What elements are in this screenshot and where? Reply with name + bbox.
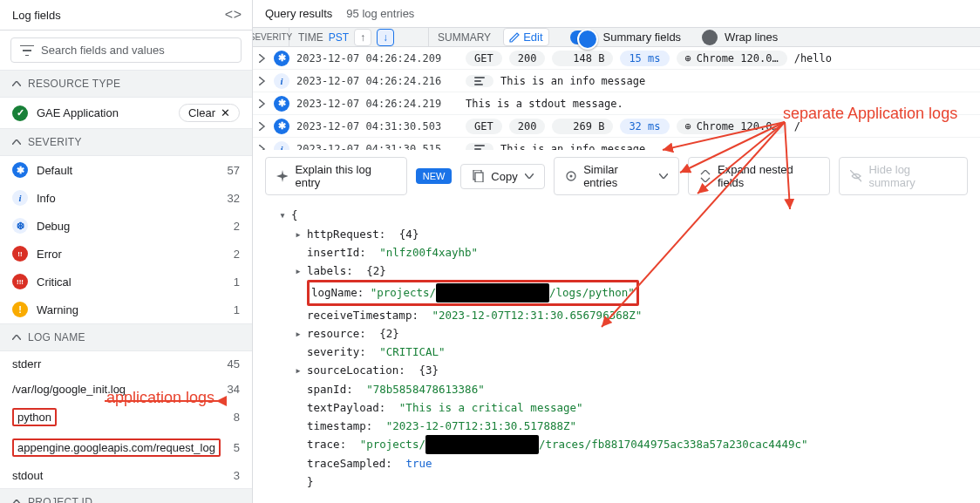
- error-icon: !!: [12, 246, 28, 262]
- logname-count: 8: [234, 411, 240, 424]
- critical-icon: !!!: [12, 274, 28, 289]
- section-resource-type[interactable]: RESOURCE TYPE: [0, 70, 252, 98]
- close-icon: ✕: [221, 106, 230, 119]
- severity-label: Debug: [37, 220, 70, 233]
- log-summary: This is an info message: [466, 75, 980, 87]
- col-summary: SUMMARY Edit Summary fields Wrap lines: [429, 28, 980, 46]
- caret-down-icon[interactable]: ▾: [277, 206, 288, 224]
- similar-entries-button[interactable]: Similar entries: [554, 157, 679, 195]
- edit-summary-button[interactable]: Edit: [503, 28, 548, 46]
- logname-item[interactable]: python8: [0, 402, 252, 432]
- severity-item[interactable]: !!Error2: [0, 240, 252, 268]
- severity-label: Info: [37, 192, 56, 205]
- log-time: 2023-12-07 04:31:30.515: [291, 143, 466, 151]
- severity-item[interactable]: !Warning1: [0, 296, 252, 323]
- summary-bars-icon: [474, 77, 485, 85]
- caret-right-icon[interactable]: ▸: [293, 262, 303, 280]
- log-summary: GET200148 B15 ms⊕Chrome 120.0…/hello: [466, 51, 980, 66]
- severity-count: 2: [234, 220, 240, 233]
- sparkle-icon: [276, 170, 288, 182]
- severity-item[interactable]: ❆Debug2: [0, 212, 252, 240]
- toggle-off-icon: [702, 30, 718, 45]
- logname-item[interactable]: appengine.googleapis.com/request_log5: [0, 432, 252, 463]
- qr-title: Query results: [265, 7, 332, 20]
- sidebar-header: Log fields < >: [0, 0, 252, 31]
- log-row[interactable]: ✱2023-12-07 04:26:24.219This is a stdout…: [253, 92, 980, 115]
- logname-label: stderr: [12, 357, 41, 370]
- hide-summary-button[interactable]: Hide log summary: [839, 157, 968, 195]
- resource-type-label: GAE Application: [37, 106, 119, 119]
- logname-count: 45: [228, 357, 240, 370]
- sort-asc-button[interactable]: ↑: [354, 29, 371, 46]
- resource-type-item[interactable]: ✓ GAE Application Clear ✕: [0, 98, 252, 128]
- new-badge: NEW: [416, 168, 453, 184]
- chevron-up-icon: [12, 500, 21, 503]
- log-row[interactable]: ✱2023-12-07 04:31:30.503GET200269 B32 ms…: [253, 115, 980, 138]
- info-icon: i: [274, 73, 289, 89]
- code-icon[interactable]: < >: [225, 7, 240, 23]
- logname-item[interactable]: stdout3: [0, 463, 252, 488]
- explain-button[interactable]: Explain this log entry: [265, 157, 407, 195]
- log-summary: GET200269 B32 ms⊕Chrome 120.0…/: [466, 119, 980, 134]
- copy-button[interactable]: Copy: [460, 164, 544, 189]
- logname-item[interactable]: /var/log/google_init.log34: [0, 377, 252, 402]
- severity-label: Default: [37, 164, 72, 177]
- caret-right-icon[interactable]: ▸: [293, 361, 303, 379]
- caret-right-icon[interactable]: ▸: [293, 225, 303, 243]
- summary-bars-icon: [474, 145, 485, 151]
- filter-icon: [20, 45, 34, 56]
- col-severity[interactable]: SEVERITY: [253, 28, 289, 46]
- svg-point-3: [569, 175, 572, 178]
- logname-item[interactable]: stderr45: [0, 351, 252, 377]
- chevron-up-icon: [12, 335, 21, 340]
- summary-fields-toggle[interactable]: Summary fields: [570, 31, 682, 44]
- target-icon: [565, 170, 576, 182]
- log-row[interactable]: ✱2023-12-07 04:26:24.209GET200148 B15 ms…: [253, 47, 980, 70]
- chevron-right-icon[interactable]: [259, 99, 266, 108]
- log-summary: This is a stdout message.: [466, 98, 980, 110]
- log-entry-json: ▾{ ▸httpRequest: {4} insertId: "nlfz00f4…: [253, 202, 980, 503]
- caret-right-icon[interactable]: ▸: [293, 324, 303, 343]
- section-project-id[interactable]: PROJECT ID: [0, 488, 252, 503]
- section-severity[interactable]: SEVERITY: [0, 128, 252, 156]
- col-time[interactable]: TIME PST ↑ ↓: [289, 28, 429, 46]
- globe-icon: ⊕: [685, 52, 691, 65]
- sort-desc-button[interactable]: ↓: [377, 29, 394, 46]
- severity-count: 32: [228, 192, 240, 205]
- info-icon: i: [12, 190, 28, 206]
- log-row[interactable]: i2023-12-07 04:31:30.515This is an info …: [253, 138, 980, 150]
- toggle-on-icon: [570, 31, 596, 44]
- chevron-right-icon[interactable]: [259, 145, 266, 151]
- debug-icon: ❆: [12, 218, 28, 234]
- search-input[interactable]: Search fields and values: [10, 37, 242, 63]
- check-icon: ✓: [12, 105, 28, 121]
- logname-count: 5: [234, 441, 240, 454]
- globe-icon: ⊕: [685, 120, 691, 133]
- chevron-right-icon[interactable]: [259, 77, 266, 85]
- severity-item[interactable]: iInfo32: [0, 184, 252, 212]
- logname-label: /var/log/google_init.log: [12, 383, 126, 396]
- log-time: 2023-12-07 04:26:24.219: [291, 98, 466, 110]
- log-row[interactable]: i2023-12-07 04:26:24.216This is an info …: [253, 70, 980, 92]
- expand-nested-button[interactable]: Expand nested fields: [688, 157, 830, 195]
- chevron-up-icon: [12, 139, 21, 145]
- logname-label: stdout: [12, 469, 43, 482]
- severity-item[interactable]: ✱Default57: [0, 156, 252, 184]
- clear-button[interactable]: Clear ✕: [179, 104, 240, 122]
- chevron-right-icon[interactable]: [259, 54, 266, 63]
- severity-count: 57: [228, 164, 240, 177]
- severity-count: 1: [234, 303, 240, 316]
- severity-item[interactable]: !!!Critical1: [0, 268, 252, 296]
- columns-header: SEVERITY TIME PST ↑ ↓ SUMMARY Edit Summa…: [253, 28, 980, 47]
- logname-count: 3: [234, 469, 240, 482]
- warning-icon: !: [12, 302, 28, 317]
- qr-subtitle: 95 log entries: [346, 7, 414, 20]
- wrap-lines-toggle[interactable]: Wrap lines: [702, 30, 778, 45]
- query-results-panel: Query results 95 log entries SEVERITY TI…: [253, 0, 980, 503]
- section-log-name[interactable]: LOG NAME: [0, 323, 252, 351]
- hide-icon: [850, 170, 861, 182]
- log-summary: This is an info message: [466, 143, 980, 151]
- default-icon: ✱: [12, 162, 28, 178]
- query-results-header: Query results 95 log entries: [253, 0, 980, 28]
- chevron-right-icon[interactable]: [259, 122, 266, 131]
